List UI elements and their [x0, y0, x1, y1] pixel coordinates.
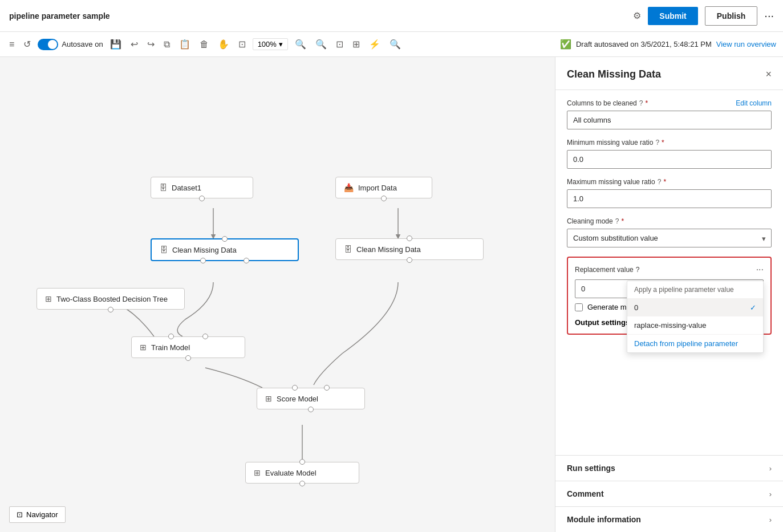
- cleaning-mode-select-wrapper: Custom substitution value ▾: [567, 229, 772, 247]
- fit-icon[interactable]: ⊡: [334, 36, 346, 52]
- clean2-input-port[interactable]: [407, 235, 412, 241]
- edit-column-link[interactable]: Edit column: [736, 99, 772, 107]
- redo-icon[interactable]: ↪: [145, 36, 157, 52]
- run-settings-chevron: ›: [769, 464, 772, 473]
- replacement-header: Replacement value ? ···: [575, 265, 764, 275]
- max-ratio-input[interactable]: [567, 189, 772, 208]
- min-ratio-help-icon[interactable]: ?: [655, 139, 659, 147]
- refresh-icon[interactable]: ↺: [21, 36, 33, 52]
- status-text: Draft autosaved on 3/5/2021, 5:48:21 PM: [576, 40, 712, 48]
- more-options-button[interactable]: ···: [764, 9, 774, 22]
- evaluate-input-port[interactable]: [299, 459, 305, 465]
- score-icon: ⊞: [265, 394, 272, 403]
- clean-missing-data-1-node[interactable]: 🗄 Clean Missing Data: [151, 238, 299, 261]
- toggle-knob: [48, 40, 57, 49]
- select-icon[interactable]: ⊡: [236, 36, 248, 52]
- module-info-section[interactable]: Module information ›: [555, 506, 783, 532]
- clean-missing-data-2-node[interactable]: 🗄 Clean Missing Data: [335, 238, 484, 260]
- dataset1-icon: 🗄: [159, 183, 167, 192]
- score-label: Score Model: [277, 395, 318, 403]
- clean1-output-port-right[interactable]: [244, 258, 249, 263]
- dataset1-label: Dataset1: [172, 184, 201, 192]
- clean2-label: Clean Missing Data: [356, 245, 421, 254]
- min-ratio-label-text: Minimum missing value ratio: [567, 139, 653, 147]
- clean1-input-port[interactable]: [222, 236, 228, 242]
- max-ratio-help-icon[interactable]: ?: [658, 178, 662, 186]
- score-output-port[interactable]: [308, 407, 314, 412]
- dropdown-option-0[interactable]: 0 ✓: [627, 299, 763, 316]
- panel-title: Clean Missing Data: [567, 68, 661, 80]
- module-info-title: Module information: [567, 515, 641, 524]
- score-input-port-left[interactable]: [292, 385, 298, 391]
- dataset1-output-port[interactable]: [199, 196, 205, 201]
- score-input-port-right[interactable]: [324, 385, 330, 391]
- replacement-help-icon[interactable]: ?: [636, 266, 640, 274]
- dropdown-option-0-label: 0: [634, 303, 638, 312]
- score-model-node[interactable]: ⊞ Score Model: [257, 388, 365, 409]
- comment-section[interactable]: Comment ›: [555, 481, 783, 506]
- autosave-toggle[interactable]: Autosave on: [38, 39, 103, 50]
- import-data-node[interactable]: 📥 Import Data: [335, 177, 432, 198]
- generate-checkbox[interactable]: [575, 303, 583, 311]
- columns-help-icon[interactable]: ?: [639, 99, 643, 107]
- train-input-port-right[interactable]: [202, 334, 208, 339]
- cleaning-mode-help-icon[interactable]: ?: [615, 217, 619, 225]
- replacement-label-text: Replacement value: [575, 266, 634, 274]
- evaluate-icon: ⊞: [254, 468, 261, 477]
- dropdown-detach-link[interactable]: Detach from pipeline parameter: [627, 334, 763, 352]
- lightning-icon[interactable]: ⚡: [367, 36, 383, 52]
- panel-close-button[interactable]: ×: [765, 68, 772, 80]
- navigator-icon: ⊡: [17, 510, 23, 519]
- cleaning-mode-select[interactable]: Custom substitution value: [567, 229, 772, 247]
- comment-title: Comment: [567, 489, 604, 498]
- pipeline-canvas[interactable]: 🗄 Dataset1 📥 Import Data 🗄 Clean Missing…: [0, 57, 555, 532]
- min-ratio-required-star: *: [662, 139, 664, 147]
- undo-icon[interactable]: ↩: [128, 36, 140, 52]
- two-class-label: Two-Class Boosted Decision Tree: [56, 295, 168, 303]
- clean1-output-port-left[interactable]: [200, 258, 206, 263]
- navigator-label: Navigator: [26, 510, 58, 519]
- submit-button[interactable]: Submit: [648, 7, 697, 25]
- autosave-switch[interactable]: [38, 39, 58, 50]
- navigator-button[interactable]: ⊡ Navigator: [9, 506, 66, 523]
- two-class-node[interactable]: ⊞ Two-Class Boosted Decision Tree: [36, 288, 185, 310]
- settings-icon[interactable]: ⚙: [633, 10, 641, 21]
- delete-icon[interactable]: 🗑: [197, 37, 211, 52]
- clean2-output-port[interactable]: [407, 257, 412, 263]
- max-ratio-field-group: Maximum missing value ratio ? *: [567, 178, 772, 208]
- clean2-icon: 🗄: [344, 245, 352, 254]
- zoom-out-icon[interactable]: 🔍: [293, 36, 309, 52]
- replacement-more-button[interactable]: ···: [756, 265, 764, 275]
- paste-icon[interactable]: 📋: [177, 36, 193, 52]
- dropdown-option-replace[interactable]: raplace-missing-value: [627, 316, 763, 334]
- autosave-label: Autosave on: [62, 40, 103, 48]
- save-icon[interactable]: 💾: [108, 36, 124, 52]
- train-label: Train Model: [151, 343, 190, 352]
- app-title: pipeline parameter sample: [9, 11, 626, 21]
- train-output-port[interactable]: [185, 355, 191, 361]
- run-settings-section[interactable]: Run settings ›: [555, 455, 783, 481]
- library-icon[interactable]: ≡: [7, 37, 17, 52]
- train-input-port-left[interactable]: [168, 334, 174, 339]
- evaluate-output-port[interactable]: [299, 481, 305, 486]
- two-class-output-port[interactable]: [108, 307, 113, 312]
- status-bar: ✅ Draft autosaved on 3/5/2021, 5:48:21 P…: [560, 39, 776, 50]
- zoom-control[interactable]: 100% ▾: [253, 38, 288, 50]
- copy-icon[interactable]: ⧉: [161, 37, 172, 52]
- view-run-link[interactable]: View run overview: [716, 40, 776, 48]
- toolbar: ≡ ↺ Autosave on 💾 ↩ ↪ ⧉ 📋 🗑 ✋ ⊡ 100% ▾ 🔍…: [0, 32, 783, 57]
- dataset1-node[interactable]: 🗄 Dataset1: [151, 177, 253, 198]
- min-ratio-input[interactable]: [567, 150, 772, 169]
- columns-input[interactable]: [567, 111, 772, 129]
- zoom-in-icon[interactable]: 🔍: [313, 36, 329, 52]
- hand-icon[interactable]: ✋: [216, 36, 232, 52]
- grid-icon[interactable]: ⊞: [350, 36, 362, 52]
- search-canvas-icon[interactable]: 🔍: [387, 36, 403, 52]
- import-data-output-port[interactable]: [381, 196, 387, 201]
- evaluate-model-node[interactable]: ⊞ Evaluate Model: [245, 462, 359, 484]
- panel-body: Columns to be cleaned ? * Edit column Mi…: [555, 90, 783, 455]
- publish-button[interactable]: Publish: [705, 6, 758, 26]
- train-model-node[interactable]: ⊞ Train Model: [131, 336, 245, 358]
- min-ratio-field-group: Minimum missing value ratio ? *: [567, 139, 772, 169]
- top-bar: pipeline parameter sample ⚙ Submit Publi…: [0, 0, 783, 32]
